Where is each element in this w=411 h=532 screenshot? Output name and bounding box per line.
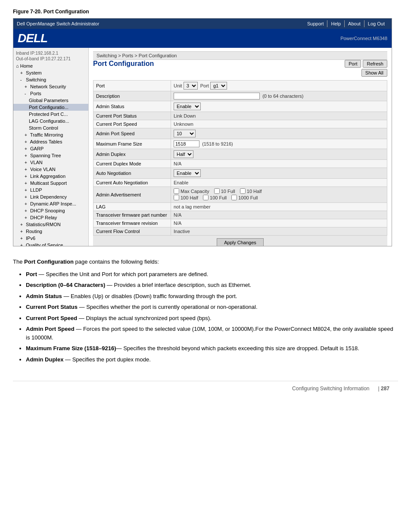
sidebar: Inband IP:192.168.2.1 Out-of-band IP:10.… [13,48,89,246]
field-value-current-duplex: N/A [171,160,387,168]
field-value-transceiver-part: N/A [171,211,387,219]
field-label-current-port-speed: Current Port Speed [93,120,171,128]
description-input[interactable] [174,93,260,100]
ip-info: Inband IP:192.168.2.1 Out-of-band IP:10.… [13,50,88,62]
field-value-port: Unit 3 Port g1 [171,81,387,91]
breadcrumb: Switching > Ports > Port Configuration [93,51,387,60]
port-button[interactable]: Port [345,60,361,68]
list-item: Admin Duplex — Specifies the port duplex… [26,355,398,364]
refresh-button[interactable]: Refresh [363,60,387,68]
max-frame-input[interactable] [174,140,199,147]
logout-link[interactable]: Log Out [364,20,388,27]
field-label-lag: LAG [93,203,171,211]
sidebar-item-ports[interactable]: - Ports [13,90,88,97]
apply-changes-button[interactable]: Apply Changes [217,238,264,246]
checkbox-100half[interactable]: 100 Half [174,195,198,200]
sidebar-item-routing[interactable]: + Routing [13,228,88,235]
field-label-admin-duplex: Admin Duplex [93,149,171,160]
sidebar-item-voice-vlan[interactable]: + Voice VLAN [13,166,88,173]
top-nav-links: Support Help About Log Out [304,20,388,27]
table-row: Maximum Frame Size (1518 to 9216) [93,139,387,149]
sidebar-item-statistics[interactable]: + Statistics/RMON [13,221,88,228]
checkbox-1000full[interactable]: 1000 Full [231,195,258,200]
checkbox-max-capacity[interactable]: Max Capacity [174,188,209,194]
table-row: Current Duplex Mode N/A [93,160,387,168]
field-value-description: (0 to 64 characters) [171,91,387,101]
sidebar-item-dynamic-arp[interactable]: + Dynamic ARP Inspe... [13,200,88,207]
field-label-flow-control: Current Flow Control [93,227,171,236]
sidebar-item-network-security[interactable]: + Network Security [13,83,88,90]
field-value-admin-port-speed: 10 100 1000 [171,128,387,139]
about-link[interactable]: About [344,20,364,27]
sidebar-item-traffic-mirroring[interactable]: + Traffic Mirroring [13,131,88,138]
table-row: Transceiver firmware part number N/A [93,211,387,219]
top-nav-bar: Dell OpenManage Switch Administrator Sup… [13,19,392,29]
sidebar-item-garp[interactable]: + GARP [13,145,88,152]
field-label-admin-advert: Admin Advertisement [93,187,171,203]
checkbox-10half[interactable]: 10 Half [240,188,262,194]
sidebar-item-storm-control[interactable]: Storm Control [13,124,88,131]
sidebar-item-spanning-tree[interactable]: + Spanning Tree [13,152,88,159]
sidebar-item-dhcp-relay[interactable]: + DHCP Relay [13,214,88,221]
sidebar-item-link-aggregation[interactable]: + Link Aggregation [13,173,88,180]
list-item: Description (0–64 Characters) — Provides… [26,281,398,289]
list-item: Admin Port Speed — Forces the port speed… [26,325,398,342]
field-label-transceiver-part: Transceiver firmware part number [93,211,171,219]
main-area: Inband IP:192.168.2.1 Out-of-band IP:10.… [13,48,392,246]
content-panel: Switching > Ports > Port Configuration P… [89,48,392,246]
table-row: Admin Duplex Half Full [93,149,387,160]
auto-neg-select[interactable]: Enable Disable [174,169,201,177]
sidebar-item-vlan[interactable]: + VLAN [13,159,88,166]
help-link[interactable]: Help [327,20,344,27]
description-body: The Port Configuration page contains the… [13,253,398,372]
sidebar-item-link-dependency[interactable]: + Link Dependency [13,193,88,200]
sidebar-item-multicast-support[interactable]: + Multicast Support [13,180,88,187]
table-row: Current Auto Negotiation Enable [93,179,387,187]
field-value-auto-neg: Enable Disable [171,168,387,179]
sidebar-item-home[interactable]: ⌂ Home [13,62,88,69]
field-label-auto-neg: Auto Negotiation [93,168,171,179]
sidebar-item-switching[interactable]: - Switching [13,76,88,83]
content-header: Port Configuration Port Refresh Show All [93,60,387,77]
table-row: Current Port Speed Unknown [93,120,387,128]
field-value-transceiver-rev: N/A [171,219,387,227]
table-row: Transceiver firmware revision N/A [93,219,387,227]
table-row: Admin Status Enable Disable [93,101,387,112]
field-label-admin-status: Admin Status [93,101,171,112]
support-link[interactable]: Support [304,20,327,27]
admin-port-speed-select[interactable]: 10 100 1000 [174,130,196,137]
max-frame-hint: (1518 to 9216) [202,141,233,146]
sidebar-item-global-params[interactable]: Global Parameters [13,97,88,104]
field-value-admin-status: Enable Disable [171,101,387,112]
checkbox-100full[interactable]: 100 Full [203,195,227,200]
checkbox-10full[interactable]: 10 Full [214,188,235,194]
field-label-port: Port [93,81,171,91]
field-label-current-auto-neg: Current Auto Negotiation [93,179,171,187]
field-value-lag: not a lag member [171,203,387,211]
switch-admin-title: Dell OpenManage Switch Administrator [17,21,99,26]
port-value-select[interactable]: g1 [210,82,227,90]
sidebar-item-port-config[interactable]: Port Configuratio... [13,104,88,111]
product-label: PowerConnect M6348 [340,36,387,41]
admin-duplex-select[interactable]: Half Full [174,150,193,158]
description-intro: The Port Configuration page contains the… [13,258,398,267]
admin-status-select[interactable]: Enable Disable [174,103,201,110]
sidebar-item-lldp[interactable]: + LLDP [13,187,88,193]
sidebar-item-system[interactable]: + System [13,69,88,76]
sidebar-item-dhcp-snooping[interactable]: + DHCP Snooping [13,207,88,214]
field-value-flow-control: Inactive [171,227,387,236]
field-value-admin-advert: Max Capacity 10 Full 10 Half 100 Half 10… [171,187,387,203]
description-hint: (0 to 64 characters) [262,93,303,99]
sidebar-item-address-tables[interactable]: + Address Tables [13,138,88,145]
footer-text: Configuring Switching Information [292,386,369,392]
bullet-list: Port — Specifies the Unit and Port for w… [13,270,398,364]
port-unit-select[interactable]: 3 [184,82,198,90]
show-all-button[interactable]: Show All [361,69,387,77]
sidebar-item-protected-port[interactable]: Protected Port C... [13,111,88,118]
sidebar-item-ipv6[interactable]: + IPv6 [13,235,88,242]
page-title: Port Configuration [93,60,154,68]
sidebar-item-qos[interactable]: + Quality of Service [13,242,88,246]
sidebar-item-lag-config[interactable]: LAG Configuratio... [13,118,88,124]
config-table: Port Unit 3 Port g1 Description (0 to 64… [93,80,387,236]
list-item: Current Port Status — Specifies whether … [26,303,398,311]
